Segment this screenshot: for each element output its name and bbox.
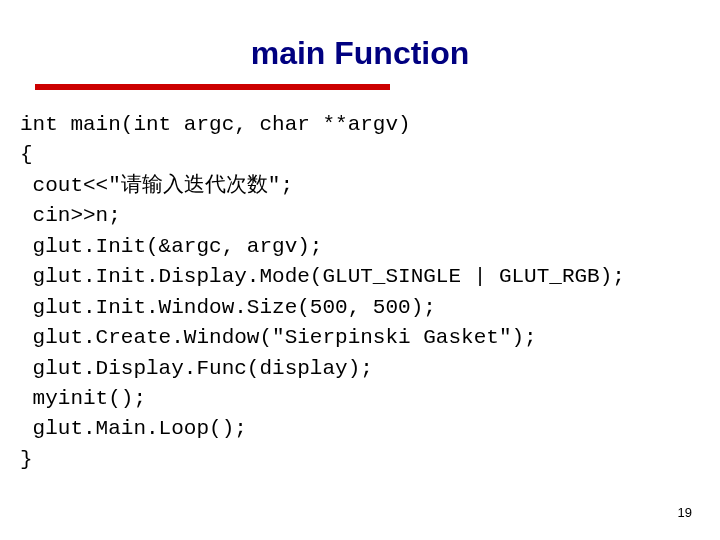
code-line: glut.Display.Func(display); <box>20 357 373 380</box>
page-number: 19 <box>678 505 692 520</box>
code-line: } <box>20 448 33 471</box>
code-line: glut.Main.Loop(); <box>20 417 247 440</box>
code-line: glut.Create.Window("Sierpinski Gasket"); <box>20 326 537 349</box>
code-block: int main(int argc, char **argv) { cout<<… <box>20 110 700 475</box>
title-underline <box>35 84 390 90</box>
code-line: glut.Init.Display.Mode(GLUT_SINGLE | GLU… <box>20 265 625 288</box>
code-line: int main(int argc, char **argv) <box>20 113 411 136</box>
slide-title: main Function <box>20 35 700 72</box>
code-line: glut.Init(&argc, argv); <box>20 235 322 258</box>
slide: main Function int main(int argc, char **… <box>0 0 720 540</box>
code-line: { <box>20 143 33 166</box>
code-line: cin>>n; <box>20 204 121 227</box>
code-line: glut.Init.Window.Size(500, 500); <box>20 296 436 319</box>
code-line: cout<<"请输入迭代次数"; <box>20 174 293 197</box>
code-line: myinit(); <box>20 387 146 410</box>
